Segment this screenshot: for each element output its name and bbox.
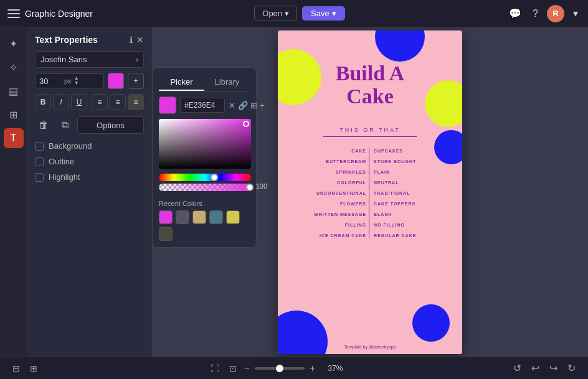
- recent-swatch-2[interactable]: [192, 210, 206, 224]
- grid-color-button[interactable]: ⊞: [250, 101, 257, 110]
- add-color-button[interactable]: +: [260, 101, 265, 110]
- recent-swatch-3[interactable]: [209, 210, 223, 224]
- clear-color-button[interactable]: ✕: [229, 101, 235, 110]
- top-center: Open ▾ Save ▾: [254, 6, 344, 21]
- align-center-button[interactable]: ≡: [110, 94, 126, 110]
- color-swatch[interactable]: [108, 73, 124, 89]
- recent-colors-label: Recent Colors: [159, 200, 250, 207]
- left-cell-2: SPRINKLES: [290, 167, 369, 177]
- panel-header-icons: ℹ ✕: [130, 35, 144, 45]
- crop-button[interactable]: ⊡: [227, 361, 239, 376]
- recent-swatch-1[interactable]: [176, 210, 189, 224]
- opacity-slider-wrap: 100: [159, 184, 250, 191]
- bottom-left: ⊟ ⊞: [10, 361, 40, 376]
- align-right-button[interactable]: ≡: [128, 94, 144, 110]
- avatar[interactable]: R: [547, 5, 564, 22]
- italic-button[interactable]: I: [53, 94, 69, 110]
- right-cell-6: BLANK: [371, 209, 450, 220]
- help-icon-button[interactable]: ?: [530, 6, 541, 22]
- right-cell-8: REGULAR CAKE: [371, 230, 450, 241]
- action-row: 🗑 ⧉ Options: [35, 116, 144, 134]
- font-size-input[interactable]: [39, 77, 64, 86]
- picker-tabs: Picker Library: [159, 74, 250, 91]
- app-title: Graphic Designer: [25, 9, 93, 19]
- gradient-handle[interactable]: [243, 121, 249, 127]
- info-icon-button[interactable]: ℹ: [130, 35, 133, 45]
- canvas-table: CAKE BUTTERCREAM SPRINKLES COLORFUL UNCO…: [290, 146, 450, 241]
- font-size-input-wrap: px ▲ ▼: [35, 73, 104, 88]
- refresh-button[interactable]: ↻: [565, 360, 578, 377]
- recent-swatch-0[interactable]: [159, 210, 173, 224]
- undo-button[interactable]: ↩: [529, 360, 542, 377]
- outline-check-item[interactable]: Outline: [35, 157, 144, 166]
- right-cell-1: STORE BOUGHT: [371, 156, 450, 167]
- tab-library[interactable]: Library: [204, 74, 250, 91]
- top-left: Graphic Designer: [7, 9, 93, 19]
- close-panel-button[interactable]: ✕: [136, 35, 144, 45]
- outline-checkbox[interactable]: [35, 157, 44, 166]
- format-row: B I U ≡ ≡ ≡: [35, 94, 144, 110]
- highlight-check-item[interactable]: Highlight: [35, 172, 144, 182]
- duplicate-text-button[interactable]: ⧉: [56, 116, 74, 134]
- hex-input[interactable]: [180, 98, 225, 113]
- left-cell-6: WRITTEN MESSAGE: [290, 209, 369, 220]
- save-button[interactable]: Save ▾: [302, 6, 345, 21]
- menu-icon[interactable]: [7, 9, 20, 18]
- opacity-handle[interactable]: [246, 184, 254, 191]
- layers-view-button[interactable]: ⊟: [10, 361, 22, 376]
- sidebar-icon-add[interactable]: ✦: [4, 34, 24, 54]
- table-divider: [369, 148, 369, 238]
- color-input-row: ✕ 🔗 ⊞ +: [159, 96, 250, 114]
- font-name: Josefin Sans: [40, 55, 87, 64]
- more-options-button[interactable]: +: [128, 73, 144, 89]
- hue-slider[interactable]: [159, 174, 251, 181]
- opacity-slider[interactable]: [159, 184, 251, 191]
- sidebar-icon-layers[interactable]: ▤: [4, 81, 24, 101]
- link-color-button[interactable]: 🔗: [238, 101, 248, 110]
- blue-circle-bottom: [412, 304, 450, 342]
- gradient-canvas[interactable]: [159, 119, 251, 169]
- recent-swatch-4[interactable]: [226, 210, 240, 224]
- current-color-swatch[interactable]: [159, 96, 176, 114]
- fit-canvas-button[interactable]: ⛶: [208, 361, 222, 376]
- size-down-button[interactable]: ▼: [74, 81, 79, 86]
- align-left-button[interactable]: ≡: [92, 94, 108, 110]
- blue-circle-top: [375, 30, 425, 62]
- color-picker-popup: Picker Library ✕ 🔗 ⊞ +: [152, 67, 257, 248]
- delete-text-button[interactable]: 🗑: [35, 116, 52, 134]
- canvas-subtitle: THIS OR THAT: [339, 127, 401, 133]
- chat-icon-button[interactable]: 💬: [506, 5, 524, 22]
- right-cell-3: NEUTRAL: [371, 177, 450, 188]
- text-properties-panel: Text Properties ℹ ✕ Josefin Sans › px ▲ …: [27, 27, 152, 357]
- grid-view-button[interactable]: ⊞: [27, 361, 40, 376]
- sidebar-icon-elements[interactable]: ⊞: [4, 105, 24, 124]
- zoom-in-button[interactable]: +: [310, 363, 315, 374]
- size-arrows: ▲ ▼: [74, 76, 79, 86]
- hue-handle[interactable]: [211, 174, 218, 181]
- open-button[interactable]: Open ▾: [254, 6, 297, 21]
- recent-swatch-5[interactable]: [159, 227, 173, 241]
- zoom-level: 37%: [320, 364, 343, 373]
- panel-header: Text Properties ℹ ✕: [35, 35, 144, 45]
- tab-picker[interactable]: Picker: [159, 74, 204, 91]
- zoom-slider[interactable]: [255, 367, 305, 370]
- font-selector[interactable]: Josefin Sans ›: [35, 51, 144, 68]
- bold-button[interactable]: B: [35, 94, 51, 110]
- options-button[interactable]: Options: [77, 116, 144, 134]
- redo-button[interactable]: ↪: [547, 360, 560, 377]
- canvas-right-col: CUPCAKES STORE BOUGHT PLAIN NEUTRAL TRAD…: [371, 146, 450, 241]
- recent-swatches: [159, 210, 250, 241]
- highlight-checkbox[interactable]: [35, 173, 44, 182]
- expand-icon-button[interactable]: ▾: [571, 5, 581, 22]
- history-back-button[interactable]: ↺: [511, 360, 524, 377]
- size-color-row: px ▲ ▼ +: [35, 73, 144, 89]
- left-cell-5: FLOWERS: [290, 199, 369, 209]
- sidebar-icon-text[interactable]: T: [4, 128, 24, 148]
- background-check-item[interactable]: Background: [35, 141, 144, 151]
- opacity-value: 100: [256, 182, 267, 190]
- underline-button[interactable]: U: [71, 94, 87, 110]
- blue-blob-bottom-left: [278, 311, 328, 354]
- sidebar-icon-effects[interactable]: ✧: [4, 57, 24, 77]
- zoom-out-button[interactable]: −: [244, 363, 250, 374]
- background-checkbox[interactable]: [35, 142, 44, 151]
